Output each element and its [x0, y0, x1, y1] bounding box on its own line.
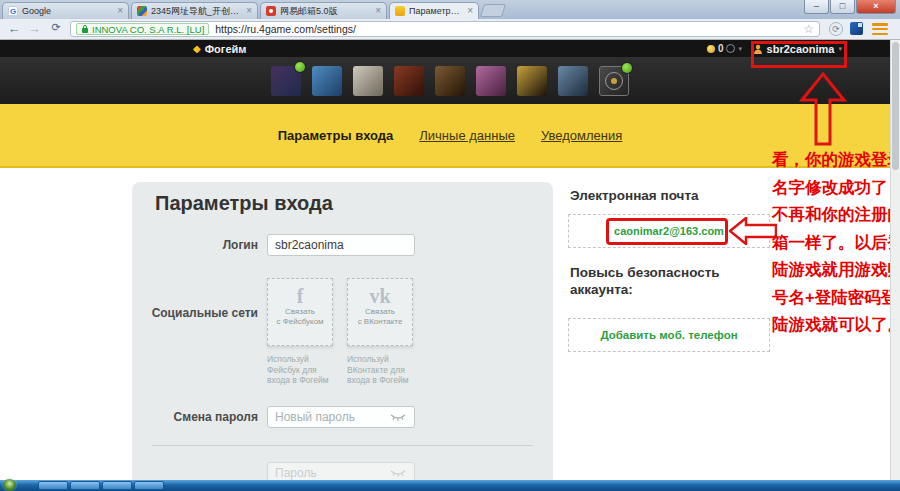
facebook-icon: f: [268, 285, 332, 307]
close-window-button[interactable]: ×: [856, 0, 896, 14]
forward-button[interactable]: →: [25, 21, 43, 36]
game-icon-1[interactable]: [271, 66, 301, 96]
maximize-button[interactable]: □: [830, 0, 855, 14]
game-icon-4[interactable]: [394, 66, 424, 96]
taskbar-app-button[interactable]: [70, 481, 100, 490]
game-icon-7[interactable]: [517, 66, 547, 96]
tab-title: 2345网址导航_开创于...: [151, 5, 242, 18]
2345-favicon-icon: [137, 6, 147, 16]
address-bar[interactable]: INNOVA CO. S.A R.L. [LU] https://ru.4gam…: [70, 21, 820, 37]
url-text: https://ru.4game.com/settings/: [215, 23, 356, 35]
window-controls: – □ ×: [804, 0, 896, 14]
annotation-username-rectangle: [751, 41, 847, 68]
4game-logo-icon: ◆: [193, 44, 201, 54]
fb-button-line1: Связать: [268, 307, 332, 317]
tab-title: Параметры входа: [409, 6, 463, 16]
4game-favicon-icon: [395, 6, 405, 16]
annotation-chinese-note: 看，你的游戏登录 名字修改成功了， 不再和你的注册邮 箱一样了。以后登 陆游戏就…: [772, 146, 899, 339]
page-title: Параметры входа: [155, 192, 333, 215]
divider: [152, 445, 533, 446]
bookmark-star-icon[interactable]: ☆: [803, 23, 814, 35]
game-icon-5[interactable]: [435, 66, 465, 96]
reload-button[interactable]: ⟳: [47, 21, 65, 34]
social-networks-label: Социальные сети: [142, 306, 258, 320]
tab-title: 网易邮箱5.0版: [280, 5, 371, 18]
padlock-icon: [81, 24, 89, 34]
page-4game-settings: ◆ Фогейм 0 ▾ sbr2caonima ▾ Параметры вхо…: [0, 40, 900, 480]
game-icon-2[interactable]: [312, 66, 342, 96]
settings-content: Параметры входа Логин Социальные сети f …: [0, 168, 900, 480]
login-input[interactable]: [267, 234, 415, 256]
game-icon-9[interactable]: [599, 66, 629, 96]
windows-taskbar: [0, 480, 900, 491]
annotation-left-arrow: [729, 217, 777, 245]
browser-window: G Google × 2345网址导航_开创于... × 网易邮箱5.0版 × …: [0, 0, 900, 491]
tab-notifications[interactable]: Уведомления: [541, 128, 622, 143]
minimize-button[interactable]: –: [804, 0, 829, 14]
login-settings-panel: Параметры входа Логин Социальные сети f …: [132, 182, 553, 480]
new-tab-button[interactable]: [480, 4, 506, 17]
site-logo[interactable]: ◆ Фогейм: [193, 40, 246, 57]
login-label: Логин: [142, 238, 258, 252]
notification-badge: [622, 63, 632, 73]
start-button[interactable]: [3, 479, 16, 491]
notification-badge: [295, 62, 305, 72]
tab-close-icon[interactable]: ×: [117, 6, 123, 16]
email-section-title: Электронная почта: [570, 188, 699, 203]
tab-strip: G Google × 2345网址导航_开创于... × 网易邮箱5.0版 × …: [0, 0, 900, 19]
back-button[interactable]: ←: [5, 21, 23, 36]
change-password-label: Смена пароля: [142, 410, 258, 424]
connect-vk-button[interactable]: vk Связать с ВКонтакте: [347, 278, 413, 346]
connect-facebook-button[interactable]: f Связать с Фейсбуком: [267, 278, 333, 346]
annotation-email-rectangle: [606, 218, 728, 245]
scrollbar-thumb[interactable]: [892, 42, 899, 170]
game-icon-3[interactable]: [353, 66, 383, 96]
sync-extension-icon[interactable]: ⟳: [829, 22, 843, 36]
brand-label: Фогейм: [205, 43, 247, 55]
tab-login-settings[interactable]: Параметры входа: [278, 128, 394, 143]
facebook-hint-text: Используй Фейсбук для входа в Фогейм: [267, 354, 341, 386]
chrome-menu-icon[interactable]: [872, 23, 888, 35]
game-icon-6[interactable]: [476, 66, 506, 96]
chevron-down-icon: ▾: [738, 45, 742, 53]
tab-close-icon[interactable]: ×: [246, 6, 252, 16]
tab-4game-settings[interactable]: Параметры входа ×: [389, 2, 479, 19]
balance-value: 0: [718, 43, 724, 54]
security-section-title: Повысь безопасность аккаунта:: [570, 264, 770, 298]
fb-button-line2: с Фейсбуком: [268, 317, 332, 327]
taskbar-app-button[interactable]: [134, 481, 164, 490]
vk-button-line1: Связать: [348, 307, 412, 317]
game-icon-8[interactable]: [558, 66, 588, 96]
vk-hint-text: Используй ВКонтакте для входа в Фогейм: [347, 354, 421, 386]
blue-extension-icon[interactable]: [850, 22, 863, 35]
tab-close-icon[interactable]: ×: [375, 6, 381, 16]
show-password-eye-icon[interactable]: [390, 412, 406, 422]
tab-netease-mail[interactable]: 网易邮箱5.0版 ×: [260, 2, 387, 19]
address-bar-row: ← → ⟳ INNOVA CO. S.A R.L. [LU] https://r…: [0, 19, 900, 40]
taskbar-app-button[interactable]: [102, 481, 132, 490]
tab-google[interactable]: G Google ×: [2, 2, 129, 19]
ev-ssl-badge[interactable]: INNOVA CO. S.A R.L. [LU]: [76, 23, 209, 35]
settings-nav-bar: Параметры входа Личные данные Уведомлени…: [0, 104, 900, 168]
add-phone-button[interactable]: Добавить моб. телефон: [568, 318, 770, 352]
currency-icon: [726, 44, 735, 53]
tab-close-icon[interactable]: ×: [467, 6, 473, 16]
add-phone-label: Добавить моб. телефон: [600, 329, 737, 341]
coin-icon: [707, 45, 715, 53]
ev-badge-label: INNOVA CO. S.A R.L. [LU]: [92, 24, 204, 35]
page-scrollbar[interactable]: [890, 40, 900, 480]
taskbar-app-button[interactable]: [38, 481, 68, 490]
vk-icon: vk: [348, 285, 412, 307]
annotation-up-arrow: [799, 72, 847, 146]
vk-button-line2: с ВКонтакте: [348, 317, 412, 327]
tab-title: Google: [22, 6, 113, 16]
google-favicon-icon: G: [8, 6, 18, 16]
netease-mail-favicon-icon: [266, 6, 276, 16]
tab-2345[interactable]: 2345网址导航_开创于... ×: [131, 2, 258, 19]
balance-menu[interactable]: 0 ▾: [707, 40, 742, 57]
show-password-eye-icon[interactable]: [390, 468, 406, 478]
tab-personal-data[interactable]: Личные данные: [419, 128, 515, 143]
